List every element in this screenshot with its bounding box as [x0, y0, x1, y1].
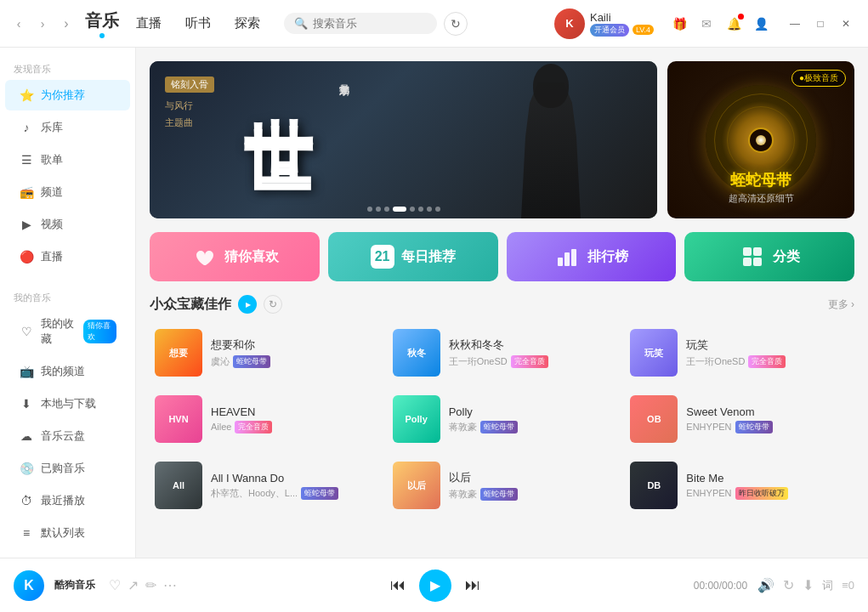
menu-item-live[interactable]: 直播 [126, 10, 172, 37]
song-item-9[interactable]: DB Bite Me ENHYPEN 昨日收听破万 [625, 456, 854, 514]
equalizer-button[interactable]: ≡0 [842, 579, 854, 592]
sidebar-item-recommend[interactable]: ⭐ 为你推荐 [5, 80, 130, 110]
sidebar-item-local[interactable]: ⬇ 本地与下载 [5, 388, 130, 419]
dot-4[interactable] [393, 207, 406, 212]
song-item-7[interactable]: All All I Wanna Do 朴宰范、Hoody、L... 蛭蛇母带 [150, 456, 379, 514]
maximize-button[interactable]: □ [808, 15, 832, 32]
play-button[interactable]: ▶ [419, 570, 451, 602]
username: Kaili [590, 11, 654, 24]
sidebar-label-playlist: 歌单 [41, 152, 63, 167]
side-banner[interactable]: ●极致音质 蛭蛇母带 超高清还原细节 [667, 61, 854, 218]
sidebar-label-favorites: 我的收藏 [41, 316, 77, 347]
section-header: 小众宝藏佳作 ↻ 更多 › [150, 295, 854, 314]
song-cover-4: HVN [155, 395, 202, 443]
like-action[interactable]: ♡ [109, 577, 121, 593]
sidebar-item-default-list[interactable]: ≡ 默认列表 [5, 518, 130, 548]
song-artist-6: ENHYPEN 蛭蛇母带 [686, 421, 849, 434]
song-item-5[interactable]: Polly Polly 蒋敦豪 蛭蛇母带 [388, 390, 617, 448]
sidebar-item-channel[interactable]: 📻 频道 [5, 177, 130, 207]
grid-icon [739, 243, 766, 270]
song-artist-7: 朴宰范、Hoody、L... 蛭蛇母带 [211, 487, 374, 500]
user-profile-button[interactable]: 👤 [751, 14, 771, 34]
live-icon: 🔴 [19, 249, 34, 264]
sidebar-label-recent: 最近播放 [41, 493, 85, 508]
search-icon: 🔍 [294, 17, 308, 30]
quality-badge-5: 蛭蛇母带 [480, 421, 518, 434]
notification-button[interactable]: 🔔 [723, 14, 744, 34]
banner-tag: 铭刻入骨 [165, 76, 214, 93]
clock-icon: ⏱ [19, 493, 34, 508]
song-item-3[interactable]: 玩笑 玩笑 王一珩OneSD 完全音质 [625, 324, 854, 382]
dot-8[interactable] [435, 207, 440, 212]
category-label-guess: 猜你喜欢 [224, 248, 279, 266]
forward-button[interactable]: › [34, 15, 51, 32]
minimize-button[interactable]: — [783, 15, 807, 32]
song-item-1[interactable]: 想要 想要和你 虞沁 蛭蛇母带 [150, 324, 379, 382]
dot-1[interactable] [367, 207, 372, 212]
menu-item-audiobook[interactable]: 听书 [175, 10, 221, 37]
menu-item-explore[interactable]: 探索 [224, 10, 270, 37]
category-buttons: 猜你喜欢 21 每日推荐 排行榜 [150, 232, 854, 281]
song-info-6: Sweet Venom ENHYPEN 蛭蛇母带 [686, 405, 849, 434]
svg-rect-0 [558, 258, 563, 266]
song-info-3: 玩笑 王一珩OneSD 完全音质 [686, 337, 849, 368]
main-banner[interactable]: 铭刻入骨 与风行 主题曲 世世 摩登兄弟刘宇宁 [150, 61, 657, 218]
more-action[interactable]: ⋯ [163, 577, 177, 593]
refresh-button[interactable]: › [58, 15, 75, 32]
song-item-6[interactable]: OB Sweet Venom ENHYPEN 蛭蛇母带 [625, 390, 854, 448]
lyrics-button[interactable]: 词 [822, 578, 833, 593]
section-play-button[interactable] [238, 295, 257, 314]
dot-2[interactable] [376, 207, 381, 212]
sidebar-item-video[interactable]: ▶ 视频 [5, 209, 130, 240]
refresh-icon-button[interactable]: ↻ [444, 12, 468, 36]
sidebar-item-cloud[interactable]: ☁ 音乐云盘 [5, 421, 130, 451]
song-item-2[interactable]: 秋冬 秋秋和冬冬 王一珩OneSD 完全音质 [388, 324, 617, 382]
section-more-button[interactable]: 更多 › [828, 298, 854, 312]
category-btn-guess[interactable]: 猜你喜欢 [150, 232, 320, 281]
song-item-8[interactable]: 以后 以后 蒋敦豪 蛭蛇母带 [388, 456, 617, 514]
sidebar-item-live[interactable]: 🔴 直播 [5, 241, 130, 272]
sidebar-item-purchased[interactable]: 💿 已购音乐 [5, 453, 130, 484]
song-artist-1: 虞沁 蛭蛇母带 [211, 355, 374, 368]
prev-button[interactable]: ⏮ [390, 576, 406, 594]
back-button[interactable]: ‹ [10, 15, 27, 32]
sidebar-item-my-channel[interactable]: 📺 我的频道 [5, 356, 130, 387]
song-name-2: 秋秋和冬冬 [449, 337, 612, 353]
side-banner-badge: ●极致音质 [791, 70, 846, 87]
volume-button[interactable]: 🔊 [757, 577, 774, 593]
category-btn-daily[interactable]: 21 每日推荐 [328, 232, 498, 281]
next-button[interactable]: ⏭ [465, 576, 480, 594]
category-btn-ranking[interactable]: 排行榜 [507, 232, 677, 281]
song-info-9: Bite Me ENHYPEN 昨日收听破万 [686, 472, 849, 500]
sidebar-item-favorites[interactable]: ♡ 我的收藏 猜你喜欢 [5, 309, 130, 354]
sidebar-item-library[interactable]: ♪ 乐库 [5, 112, 130, 143]
song-cover-6: OB [630, 395, 678, 443]
search-input[interactable] [313, 17, 415, 30]
player-action-icons: ♡ ↗ ✏ ⋯ [109, 577, 177, 593]
sidebar-item-recent[interactable]: ⏱ 最近播放 [5, 485, 130, 516]
content-area: 铭刻入骨 与风行 主题曲 世世 摩登兄弟刘宇宁 [136, 48, 868, 558]
svg-rect-6 [753, 258, 762, 266]
gift-button[interactable]: 🎁 [669, 14, 689, 34]
song-cover-9: DB [630, 462, 678, 509]
banner-content: 铭刻入骨 与风行 主题曲 世世 摩登兄弟刘宇宁 [150, 61, 657, 218]
dot-5[interactable] [410, 207, 415, 212]
dot-7[interactable] [427, 207, 432, 212]
share-action[interactable]: ↗ [128, 577, 139, 593]
message-button[interactable]: ✉ [696, 14, 717, 34]
song-info-7: All I Wanna Do 朴宰范、Hoody、L... 蛭蛇母带 [211, 472, 374, 500]
edit-action[interactable]: ✏ [145, 577, 156, 593]
download-player-button[interactable]: ⬇ [803, 577, 814, 593]
dot-3[interactable] [384, 207, 389, 212]
section-refresh-button[interactable]: ↻ [264, 295, 282, 314]
loop-button[interactable]: ↻ [783, 577, 794, 593]
song-cover-7: All [155, 462, 202, 509]
dot-6[interactable] [418, 207, 423, 212]
song-artist-2: 王一珩OneSD 完全音质 [449, 355, 612, 368]
sidebar-item-playlist[interactable]: ☰ 歌单 [5, 144, 130, 175]
close-button[interactable]: ✕ [834, 15, 858, 32]
video-icon: ▶ [19, 217, 34, 232]
category-btn-classify[interactable]: 分类 [684, 232, 854, 281]
song-item-4[interactable]: HVN HEAVEN Ailee 完全音质 [150, 390, 379, 448]
avatar: K [554, 8, 585, 39]
